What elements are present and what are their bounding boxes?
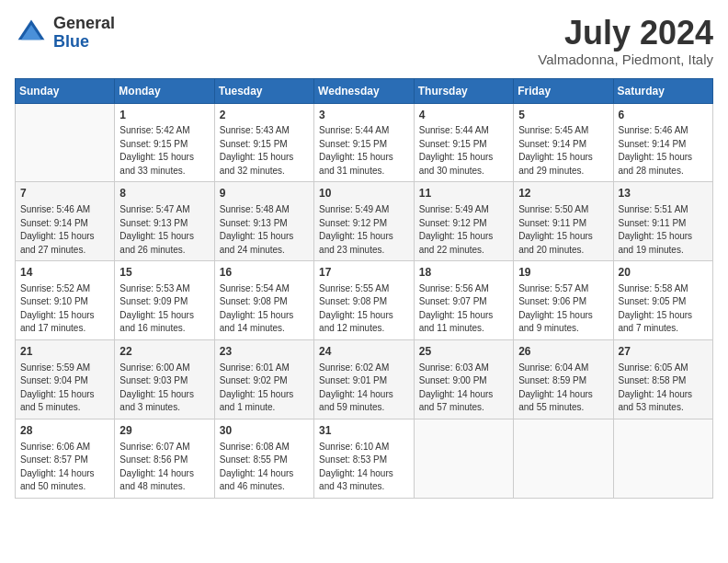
day-number: 17 [319, 265, 409, 281]
header-cell-tuesday: Tuesday [214, 78, 313, 103]
day-number: 16 [220, 265, 309, 281]
day-info: Sunrise: 5:57 AM Sunset: 9:06 PM Dayligh… [518, 282, 608, 336]
day-cell: 11Sunrise: 5:49 AM Sunset: 9:12 PM Dayli… [414, 182, 513, 261]
day-info: Sunrise: 5:48 AM Sunset: 9:13 PM Dayligh… [220, 203, 309, 257]
day-cell [16, 103, 115, 182]
day-number: 28 [20, 423, 109, 439]
day-cell: 20Sunrise: 5:58 AM Sunset: 9:05 PM Dayli… [613, 261, 713, 340]
day-info: Sunrise: 6:08 AM Sunset: 8:55 PM Dayligh… [220, 441, 309, 494]
day-info: Sunrise: 6:00 AM Sunset: 9:03 PM Dayligh… [119, 362, 209, 415]
day-number: 26 [518, 344, 608, 360]
week-row-3: 14Sunrise: 5:52 AM Sunset: 9:10 PM Dayli… [16, 261, 713, 340]
day-number: 9 [220, 186, 309, 201]
day-info: Sunrise: 5:44 AM Sunset: 9:15 PM Dayligh… [319, 124, 409, 178]
day-number: 14 [20, 265, 109, 281]
week-row-2: 7Sunrise: 5:46 AM Sunset: 9:14 PM Daylig… [16, 182, 713, 261]
day-number: 30 [220, 423, 309, 439]
day-number: 5 [518, 108, 608, 123]
day-cell: 26Sunrise: 6:04 AM Sunset: 8:59 PM Dayli… [514, 339, 613, 419]
day-cell: 1Sunrise: 5:42 AM Sunset: 9:15 PM Daylig… [115, 103, 214, 182]
day-number: 27 [619, 344, 709, 360]
day-info: Sunrise: 6:06 AM Sunset: 8:57 PM Dayligh… [20, 441, 109, 494]
day-info: Sunrise: 5:46 AM Sunset: 9:14 PM Dayligh… [619, 124, 709, 178]
header-row: SundayMondayTuesdayWednesdayThursdayFrid… [16, 78, 713, 103]
day-info: Sunrise: 6:07 AM Sunset: 8:56 PM Dayligh… [119, 441, 209, 494]
day-cell: 25Sunrise: 6:03 AM Sunset: 9:00 PM Dayli… [414, 339, 513, 419]
day-cell: 30Sunrise: 6:08 AM Sunset: 8:55 PM Dayli… [214, 419, 313, 498]
day-cell: 15Sunrise: 5:53 AM Sunset: 9:09 PM Dayli… [115, 261, 214, 340]
page-header: General Blue July 2024 Valmadonna, Piedm… [15, 15, 713, 67]
day-info: Sunrise: 6:02 AM Sunset: 9:01 PM Dayligh… [319, 362, 409, 415]
day-cell: 21Sunrise: 5:59 AM Sunset: 9:04 PM Dayli… [16, 339, 115, 419]
day-number: 3 [319, 108, 409, 123]
header-cell-sunday: Sunday [16, 78, 115, 103]
day-info: Sunrise: 5:51 AM Sunset: 9:11 PM Dayligh… [619, 203, 709, 257]
header-cell-wednesday: Wednesday [314, 78, 415, 103]
day-number: 4 [419, 108, 508, 123]
day-info: Sunrise: 5:42 AM Sunset: 9:15 PM Dayligh… [119, 124, 209, 178]
day-info: Sunrise: 6:03 AM Sunset: 9:00 PM Dayligh… [419, 362, 508, 415]
week-row-1: 1Sunrise: 5:42 AM Sunset: 9:15 PM Daylig… [16, 103, 713, 182]
day-cell: 18Sunrise: 5:56 AM Sunset: 9:07 PM Dayli… [414, 261, 513, 340]
day-cell: 10Sunrise: 5:49 AM Sunset: 9:12 PM Dayli… [314, 182, 415, 261]
day-info: Sunrise: 5:46 AM Sunset: 9:14 PM Dayligh… [20, 203, 109, 257]
header-cell-thursday: Thursday [414, 78, 513, 103]
day-cell: 5Sunrise: 5:45 AM Sunset: 9:14 PM Daylig… [514, 103, 613, 182]
calendar-table: SundayMondayTuesdayWednesdayThursdayFrid… [15, 78, 713, 499]
day-number: 13 [619, 186, 709, 201]
day-number: 8 [119, 186, 209, 201]
week-row-5: 28Sunrise: 6:06 AM Sunset: 8:57 PM Dayli… [16, 419, 713, 498]
day-cell: 19Sunrise: 5:57 AM Sunset: 9:06 PM Dayli… [514, 261, 613, 340]
day-info: Sunrise: 5:47 AM Sunset: 9:13 PM Dayligh… [119, 203, 209, 257]
day-info: Sunrise: 5:45 AM Sunset: 9:14 PM Dayligh… [518, 124, 608, 178]
logo-icon [15, 17, 48, 50]
day-cell: 4Sunrise: 5:44 AM Sunset: 9:15 PM Daylig… [414, 103, 513, 182]
day-info: Sunrise: 6:10 AM Sunset: 8:53 PM Dayligh… [319, 441, 409, 494]
day-info: Sunrise: 6:04 AM Sunset: 8:59 PM Dayligh… [518, 362, 608, 415]
day-info: Sunrise: 6:05 AM Sunset: 8:58 PM Dayligh… [619, 362, 709, 415]
day-cell [514, 419, 613, 498]
day-cell: 14Sunrise: 5:52 AM Sunset: 9:10 PM Dayli… [16, 261, 115, 340]
day-info: Sunrise: 5:53 AM Sunset: 9:09 PM Dayligh… [119, 282, 209, 336]
day-info: Sunrise: 5:50 AM Sunset: 9:11 PM Dayligh… [518, 203, 608, 257]
day-cell: 3Sunrise: 5:44 AM Sunset: 9:15 PM Daylig… [314, 103, 415, 182]
day-info: Sunrise: 5:43 AM Sunset: 9:15 PM Dayligh… [220, 124, 309, 178]
day-number: 21 [20, 344, 109, 360]
calendar-body: 1Sunrise: 5:42 AM Sunset: 9:15 PM Daylig… [16, 103, 713, 498]
day-cell: 24Sunrise: 6:02 AM Sunset: 9:01 PM Dayli… [314, 339, 415, 419]
day-cell: 17Sunrise: 5:55 AM Sunset: 9:08 PM Dayli… [314, 261, 415, 340]
day-number: 20 [619, 265, 709, 281]
day-cell: 23Sunrise: 6:01 AM Sunset: 9:02 PM Dayli… [214, 339, 313, 419]
day-cell: 13Sunrise: 5:51 AM Sunset: 9:11 PM Dayli… [613, 182, 713, 261]
day-number: 7 [20, 186, 109, 201]
header-cell-monday: Monday [115, 78, 214, 103]
day-number: 11 [419, 186, 508, 201]
logo-text: General Blue [53, 15, 115, 52]
day-number: 19 [518, 265, 608, 281]
day-cell: 2Sunrise: 5:43 AM Sunset: 9:15 PM Daylig… [214, 103, 313, 182]
day-cell: 31Sunrise: 6:10 AM Sunset: 8:53 PM Dayli… [314, 419, 415, 498]
day-number: 1 [119, 108, 209, 123]
day-number: 29 [119, 423, 209, 439]
day-number: 10 [319, 186, 409, 201]
day-cell: 7Sunrise: 5:46 AM Sunset: 9:14 PM Daylig… [16, 182, 115, 261]
day-cell: 22Sunrise: 6:00 AM Sunset: 9:03 PM Dayli… [115, 339, 214, 419]
calendar-header: SundayMondayTuesdayWednesdayThursdayFrid… [16, 78, 713, 103]
day-info: Sunrise: 5:56 AM Sunset: 9:07 PM Dayligh… [419, 282, 508, 336]
location-subtitle: Valmadonna, Piedmont, Italy [538, 52, 713, 67]
day-number: 25 [419, 344, 508, 360]
day-number: 2 [220, 108, 309, 123]
day-cell: 28Sunrise: 6:06 AM Sunset: 8:57 PM Dayli… [16, 419, 115, 498]
month-title: July 2024 [538, 15, 713, 52]
day-info: Sunrise: 6:01 AM Sunset: 9:02 PM Dayligh… [220, 362, 309, 415]
day-number: 31 [319, 423, 409, 439]
day-cell [613, 419, 713, 498]
logo: General Blue [15, 15, 115, 52]
day-cell: 27Sunrise: 6:05 AM Sunset: 8:58 PM Dayli… [613, 339, 713, 419]
day-cell: 9Sunrise: 5:48 AM Sunset: 9:13 PM Daylig… [214, 182, 313, 261]
day-number: 24 [319, 344, 409, 360]
logo-blue: Blue [53, 32, 89, 51]
day-number: 18 [419, 265, 508, 281]
day-info: Sunrise: 5:49 AM Sunset: 9:12 PM Dayligh… [419, 203, 508, 257]
day-cell: 29Sunrise: 6:07 AM Sunset: 8:56 PM Dayli… [115, 419, 214, 498]
